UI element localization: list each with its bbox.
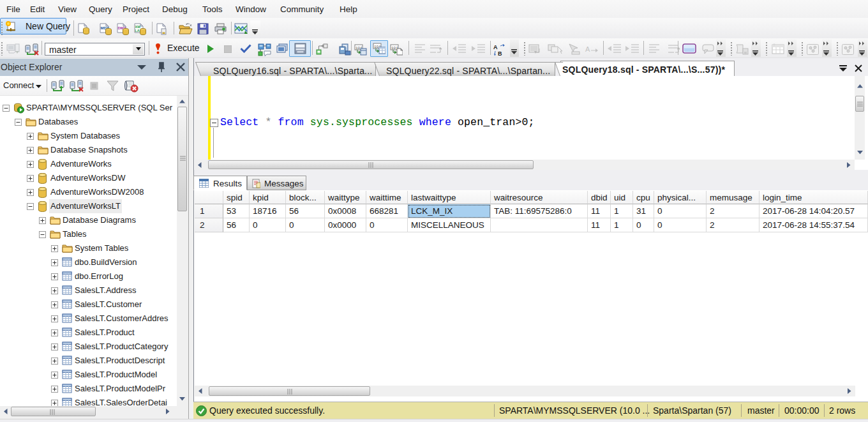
svg-text:B: B (498, 50, 502, 56)
svg-text:A: A (493, 44, 498, 50)
svg-text:LA: LA (135, 29, 140, 33)
svg-text:A: A (585, 45, 590, 53)
